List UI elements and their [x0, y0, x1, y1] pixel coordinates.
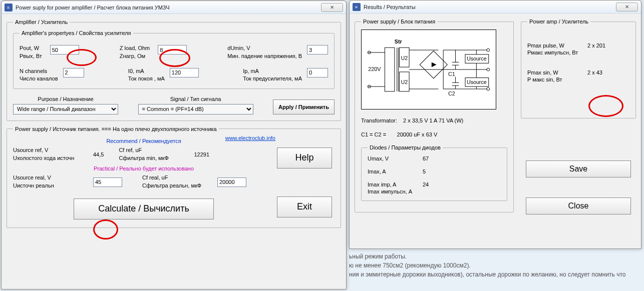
imaximp-label: Imax imp, AImax импульсн, А	[368, 182, 423, 194]
zload-label: Z load, OhmZнагр, Ом	[120, 45, 150, 60]
ps-legend: Power supply / Источник питания. === На …	[13, 126, 219, 132]
signal-label: Signal / Тип сигнала	[138, 96, 253, 103]
bg-text: ьный режим работы.	[349, 253, 407, 260]
svg-text:Usource: Usource	[467, 79, 487, 85]
bg-text: ю не менее 750см2 (рекомендую 1000см2).	[349, 262, 471, 269]
exit-button[interactable]: Exit	[277, 196, 332, 218]
pout-label: Pout, WPвых, Вт	[20, 45, 42, 60]
nchannels-label: N channelsЧисло каналов	[20, 68, 58, 83]
cf-real-input[interactable]	[217, 178, 246, 187]
titlebar[interactable]: ≡ Power suply for power amplifier / Расч…	[2, 1, 346, 14]
power-supply-group: Power supply / Источник питания. === На …	[7, 126, 341, 228]
transformator-label: Transformator:	[361, 118, 397, 124]
app-icon: ≡	[5, 4, 13, 12]
svg-text:U2: U2	[401, 55, 408, 61]
app-icon: ≡	[353, 3, 361, 11]
purpose-label: Purpose / Назначение	[13, 96, 118, 103]
cap-value: 20000 uF x 63 V	[397, 132, 438, 138]
cap-label: C1 = C2 =	[361, 132, 386, 138]
svg-text:220V: 220V	[368, 66, 381, 72]
bg-text: ния и эммитерные дорожки выходников), ос…	[349, 271, 625, 278]
apply-button[interactable]: Apply / Применить	[273, 100, 335, 114]
imaximp-value: 24	[423, 182, 453, 194]
svg-text:U2: U2	[401, 79, 408, 85]
svg-marker-17	[432, 62, 437, 67]
window-results: ≡ Results / Результаты ✕ Power supply / …	[349, 0, 641, 249]
dumin-input[interactable]	[307, 45, 328, 54]
schematic-diagram: 220V U2 U2 Str	[361, 30, 496, 110]
window-title: Results / Результаты	[364, 4, 616, 10]
calculate-button[interactable]: Calculate / Вычислить	[74, 198, 214, 220]
svg-text:C1: C1	[448, 71, 455, 77]
purpose-select[interactable]: Wide range / Полный диапазон	[13, 104, 118, 114]
svg-text:C2: C2	[448, 90, 455, 96]
save-button[interactable]: Save	[526, 160, 631, 178]
close-icon[interactable]: ✕	[616, 2, 638, 12]
nchannels-input[interactable]	[63, 68, 84, 78]
i0-label: I0, mAТок покоя , мА	[128, 68, 165, 83]
ip-input[interactable]	[307, 68, 328, 78]
window-power-supply-calc: ≡ Power suply for power amplifier / Расч…	[1, 0, 347, 290]
close-button[interactable]: Close	[526, 198, 631, 214]
signal-select[interactable]: = Common = (PF=14 dB)	[138, 104, 253, 114]
results-ps-group: Power supply / Блок питания 220V U2 U2	[355, 18, 514, 212]
imax-label: Imax, A	[368, 168, 423, 174]
pmax-sin-label: Pmax sin, WP макс sin, Вт	[527, 70, 587, 82]
svg-text:Usource: Usource	[467, 56, 487, 62]
ip-label: Ip, mAТок предусилителя, мА	[243, 68, 302, 83]
pmax-sin-value: 2 x 43	[587, 70, 617, 82]
diodes-group: Diodes / Параметры диодов Umax, V 67 Ima…	[361, 144, 507, 201]
usrc-real-input[interactable]	[93, 178, 122, 187]
transformator-value: 2 x 33,5 V 1 A 71 VA (W)	[403, 118, 463, 124]
usrc-ref-value: 44,5	[93, 152, 104, 158]
practical-heading: Practical / Реально будет использовано	[13, 166, 274, 172]
diodes-legend: Diodes / Параметры диодов	[368, 144, 443, 150]
cf-ref-value: 12291	[194, 152, 209, 158]
imax-value: 5	[423, 168, 453, 174]
power-amp-group: Power amp / Усилитель Pmax pulse, WРмакс…	[521, 18, 636, 118]
power-amp-legend: Power amp / Усилитель	[527, 18, 590, 24]
amplifier-group: Amplifier / Усилитель Amplifier's proper…	[7, 19, 341, 121]
window-title: Power suply for power amplifier / Расчет…	[16, 4, 321, 10]
pmax-pulse-value: 2 x 201	[587, 42, 617, 56]
close-icon[interactable]: ✕	[321, 3, 343, 12]
help-button[interactable]: Help	[277, 148, 332, 168]
amp-props-legend: Amplifier's propertyes / Свойства усилит…	[20, 30, 133, 36]
zload-input[interactable]	[158, 45, 187, 54]
amplifier-legend: Amplifier / Усилитель	[13, 19, 70, 25]
pmax-pulse-label: Pmax pulse, WРмакс импульсн, Вт	[527, 42, 587, 56]
svg-rect-5	[385, 48, 394, 92]
umax-value: 67	[423, 156, 453, 162]
cf-real-label: Cf real, uFCфильтра реальн, мкФ	[142, 174, 202, 190]
amp-props-group: Amplifier's propertyes / Свойства усилит…	[13, 30, 335, 89]
titlebar[interactable]: ≡ Results / Результаты ✕	[350, 0, 641, 14]
cf-ref-label: Cf ref, uFCфильтра min, мкФ	[119, 147, 179, 162]
svg-text:Str: Str	[395, 38, 402, 44]
electroclub-link[interactable]: www.electroclub.info	[225, 135, 275, 141]
usrc-ref-label: Usource ref, VUхолостого хода источн	[13, 147, 78, 162]
i0-input[interactable]	[170, 68, 199, 78]
pout-input[interactable]	[50, 45, 79, 54]
results-ps-legend: Power supply / Блок питания	[361, 18, 437, 24]
dumin-label: dUmin, VМин. падение напряжения, В	[227, 45, 302, 60]
usrc-real-label: Usource real, VUисточн реальн	[13, 174, 78, 190]
umax-label: Umax, V	[368, 156, 423, 162]
